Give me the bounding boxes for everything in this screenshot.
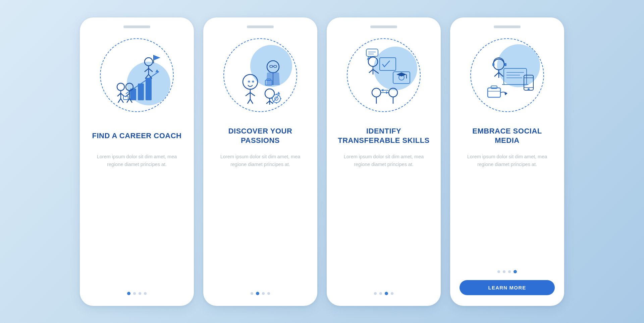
card-description-skills: Lorem ipsum dolor sit dim amet, mea regi… — [336, 153, 431, 284]
dot-4 — [391, 292, 393, 295]
dot-2 — [379, 292, 382, 295]
dot-2 — [503, 270, 505, 273]
illustration-skills — [343, 35, 424, 115]
phone-notch — [370, 25, 397, 28]
svg-line-54 — [369, 69, 373, 73]
svg-point-87 — [528, 88, 530, 90]
svg-marker-72 — [381, 89, 383, 92]
svg-rect-61 — [366, 49, 378, 56]
svg-marker-70 — [386, 91, 388, 94]
illustration-passions: ★ ★ — [220, 35, 301, 115]
illustration-social-media — [467, 35, 547, 115]
phone-notch — [123, 25, 150, 28]
card-title-skills: IDENTIFY TRANSFERABLE SKILLS — [336, 125, 431, 147]
dot-4 — [267, 292, 270, 295]
dots-career-coach — [127, 292, 147, 295]
svg-marker-12 — [154, 55, 160, 60]
illustration-career-coach — [97, 35, 177, 115]
card-description-social-media: Lorem ipsum dolor sit dim amet, mea regi… — [460, 153, 555, 262]
svg-line-16 — [121, 93, 124, 96]
svg-rect-88 — [488, 88, 500, 97]
dot-1 — [251, 292, 253, 295]
svg-line-31 — [248, 99, 250, 104]
svg-line-8 — [149, 68, 153, 72]
card-title-social-media: EMBRACE SOCIAL MEDIA — [460, 125, 555, 147]
dot-4 — [514, 270, 517, 273]
svg-rect-1 — [138, 84, 144, 100]
dot-2 — [133, 292, 136, 295]
dot-1 — [497, 270, 500, 273]
svg-point-73 — [493, 59, 504, 70]
svg-line-77 — [494, 72, 499, 76]
svg-point-5 — [145, 58, 153, 66]
phone-social-media: EMBRACE SOCIAL MEDIA Lorem ipsum dolor s… — [450, 17, 564, 306]
svg-point-67 — [389, 88, 397, 97]
svg-rect-75 — [504, 63, 506, 66]
svg-line-30 — [250, 93, 255, 96]
phone-transferable-skills: IDENTIFY TRANSFERABLE SKILLS Lorem ipsum… — [327, 17, 441, 306]
dot-3 — [139, 292, 141, 295]
svg-line-7 — [145, 68, 149, 72]
svg-rect-79 — [504, 68, 527, 85]
svg-rect-74 — [492, 63, 494, 66]
dot-1 — [374, 292, 377, 295]
svg-line-15 — [117, 93, 121, 96]
dots-passions — [251, 292, 270, 295]
svg-rect-2 — [146, 78, 152, 100]
svg-text:★: ★ — [251, 79, 255, 84]
dot-3 — [262, 292, 265, 295]
svg-rect-84 — [524, 75, 533, 90]
phone-notch — [247, 25, 274, 28]
svg-point-13 — [117, 83, 124, 91]
svg-point-52 — [368, 57, 378, 66]
svg-point-19 — [126, 83, 133, 91]
svg-point-65 — [372, 88, 381, 97]
svg-rect-34 — [270, 65, 273, 67]
dot-3 — [385, 292, 388, 295]
phones-container: FIND A CAREER COACH Lorem ipsum dolor si… — [66, 4, 578, 319]
phone-discover-passions: ★ ★ — [203, 17, 317, 306]
svg-line-78 — [499, 72, 503, 76]
svg-point-33 — [267, 61, 279, 73]
svg-rect-56 — [380, 58, 396, 70]
dots-skills — [374, 292, 393, 295]
learn-more-button[interactable]: LEARN MORE — [460, 280, 555, 295]
dot-3 — [508, 270, 511, 273]
phone-career-coach: FIND A CAREER COACH Lorem ipsum dolor si… — [80, 17, 194, 306]
dot-4 — [144, 292, 147, 295]
svg-line-29 — [246, 93, 250, 96]
svg-line-32 — [250, 99, 253, 104]
svg-line-18 — [121, 99, 123, 103]
dot-1 — [127, 292, 130, 295]
svg-line-55 — [373, 69, 379, 73]
card-title-passions: DISCOVER YOUR PASSIONS — [213, 125, 308, 147]
card-description-career-coach: Lorem ipsum dolor sit dim amet, mea regi… — [89, 153, 184, 284]
card-title-career-coach: FIND A CAREER COACH — [92, 125, 182, 147]
svg-line-17 — [118, 99, 121, 103]
svg-text:★: ★ — [247, 79, 251, 84]
svg-line-42 — [266, 101, 270, 104]
dots-social-media — [497, 270, 517, 273]
card-description-passions: Lorem ipsum dolor sit dim amet, mea regi… — [213, 153, 308, 284]
svg-rect-35 — [274, 65, 277, 67]
dot-2 — [256, 292, 259, 295]
phone-notch — [494, 25, 521, 28]
svg-marker-59 — [396, 72, 407, 76]
